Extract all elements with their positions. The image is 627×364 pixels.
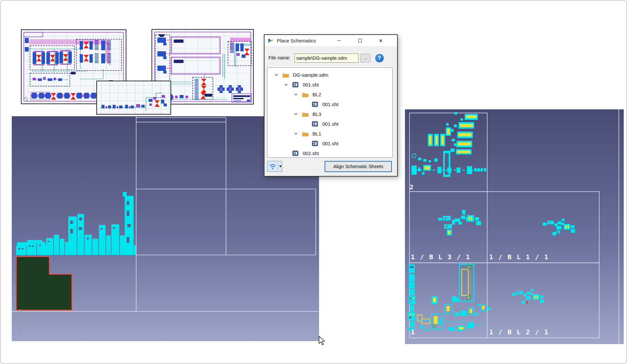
chevron-expanded-icon[interactable] (294, 131, 298, 136)
connection-mode-button[interactable] (267, 161, 282, 172)
tree-item-label: 001.sht (322, 102, 338, 107)
app-logo-icon (268, 37, 274, 44)
tree-item-label: BL1 (313, 131, 321, 136)
chevron-expanded-icon[interactable] (294, 92, 298, 97)
schematic-sheet-icon (292, 150, 299, 156)
chevron-expanded-icon[interactable] (284, 82, 288, 87)
dropdown-arrow-icon[interactable] (279, 166, 282, 167)
board-outline-shape[interactable] (16, 257, 72, 310)
tree-item-002-sht[interactable]: 002.sht (267, 148, 392, 158)
file-name-input[interactable] (295, 54, 359, 63)
dialog-titlebar[interactable]: Place Schematics ✕ (265, 35, 397, 46)
schematic-sheet-thumbnail-3[interactable] (96, 81, 171, 115)
axis-compass-icon (12, 309, 28, 332)
folder-icon (302, 131, 309, 136)
tree-item-bl1[interactable]: BL1 (267, 129, 392, 138)
tree-item-bl3-001-sht[interactable]: 001.sht (267, 119, 392, 129)
sheet2-components (411, 112, 486, 177)
schematic-sheet-icon (292, 82, 299, 87)
tree-item-label: BL2 (313, 92, 321, 97)
tree-item-001-sht[interactable]: 001.sht (267, 80, 392, 89)
tree-item-dg-sample-sdm[interactable]: DG-sample.sdm (267, 70, 392, 80)
dialog-title: Place Schematics (277, 38, 316, 43)
place-schematics-dialog: Place Schematics ✕ File name: ... ? DG-s… (264, 34, 398, 177)
sheet-bl1-components (543, 219, 575, 235)
chevron-expanded-icon[interactable] (274, 72, 279, 77)
application-canvas: 2 1 / B L 3 / 1 1 / B L 1 / 1 1 1 / B L … (0, 0, 627, 364)
tree-item-label: DG-sample.sdm (293, 72, 328, 78)
divider (278, 162, 278, 170)
sheet-label-bl1: 1 / B L 1 / 1 (489, 253, 549, 261)
sheet-bl3-components (438, 210, 481, 235)
tree-item-bl1-001-sht[interactable]: 001.sht (267, 138, 392, 148)
sheet-label-bl3: 1 / B L 3 / 1 (411, 253, 471, 261)
close-button[interactable]: ✕ (370, 35, 391, 46)
close-icon: ✕ (379, 38, 383, 43)
schematic-sheet-icon (312, 102, 318, 107)
sheet-label-bl2: 1 / B L 2 / 1 (489, 328, 549, 336)
file-name-label: File name: (268, 55, 291, 60)
sheet-label-2: 2 (410, 183, 414, 191)
help-button[interactable]: ? (375, 54, 384, 62)
sheet-bl2-components (512, 289, 544, 304)
tree-item-label: 001.sht (322, 141, 338, 146)
tree-item-bl3[interactable]: BL3 (267, 109, 392, 119)
folder-icon (302, 111, 309, 117)
maximize-button[interactable] (349, 35, 370, 46)
tree-item-label: 001.sht (303, 82, 319, 87)
folder-icon (282, 72, 289, 78)
browse-button[interactable]: ... (361, 54, 370, 62)
tree-item-label: 002.sht (303, 150, 319, 156)
tree-item-bl2[interactable]: BL2 (267, 89, 392, 99)
maximize-icon (358, 39, 362, 42)
minimize-icon (337, 40, 341, 41)
tree-item-label: BL3 (313, 111, 321, 117)
sheet1-components (408, 264, 491, 331)
folder-icon (302, 92, 309, 97)
mouse-cursor (319, 336, 327, 346)
wifi-icon (268, 163, 277, 170)
chevron-expanded-icon[interactable] (294, 112, 298, 116)
tree-item-label: 001.sht (322, 121, 338, 127)
align-schematic-sheets-button[interactable]: Align Schematic Sheets (325, 161, 392, 172)
tree-item-bl2-001-sht[interactable]: 001.sht (267, 99, 392, 109)
component-skyline (16, 192, 136, 255)
schematic-sheet-icon (312, 121, 318, 127)
minimize-button[interactable] (329, 35, 349, 46)
schematic-sheets-viewport[interactable]: 2 1 / B L 3 / 1 1 / B L 1 / 1 1 1 / B L … (405, 109, 624, 344)
schematic-tree-panel[interactable]: DG-sample.sdm 001.sht BL2 001.sht (267, 68, 393, 158)
schematic-sheet-icon (312, 141, 318, 146)
sheet-label-1: 1 (411, 328, 415, 336)
